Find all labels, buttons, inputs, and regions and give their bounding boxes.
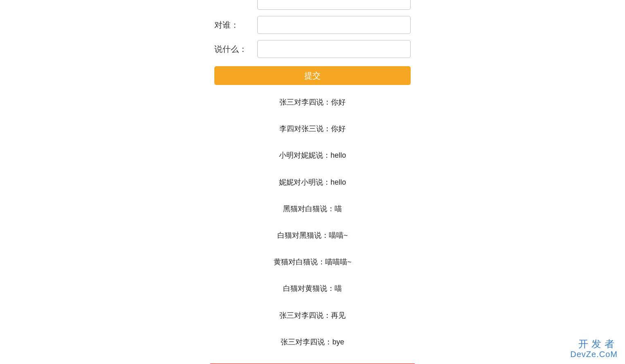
watermark-line2: DevZe.CoM	[570, 350, 618, 359]
message-item: 白猫对黄猫说：喵	[214, 284, 411, 294]
message-item: 妮妮对小明说：hello	[214, 177, 411, 188]
form-section: 对谁： 说什么： 提交	[214, 0, 411, 97]
form-row-say: 说什么：	[214, 40, 411, 58]
message-item: 张三对李四说：再见	[214, 310, 411, 321]
to-input[interactable]	[257, 16, 411, 34]
form-row-partial	[214, 0, 411, 10]
message-item: 小明对妮妮说：hello	[214, 150, 411, 161]
say-label: 说什么：	[214, 44, 257, 55]
watermark: 开发者 DevZe.CoM	[570, 338, 618, 359]
message-item: 张三对李四说：bye	[214, 337, 411, 347]
who-input-partial[interactable]	[257, 0, 411, 10]
message-item: 黄猫对白猫说：喵喵喵~	[214, 257, 411, 267]
form-container: 对谁： 说什么： 提交 张三对李四说：你好李四对张三说：你好小明对妮妮说：hel…	[214, 0, 411, 364]
form-row-to: 对谁：	[214, 16, 411, 34]
to-label: 对谁：	[214, 20, 257, 31]
watermark-line1: 开发者	[570, 338, 618, 350]
message-item: 张三对李四说：你好	[214, 97, 411, 107]
message-item: 白猫对黑猫说：喵喵~	[214, 230, 411, 241]
say-input[interactable]	[257, 40, 411, 58]
submit-button[interactable]: 提交	[214, 66, 411, 85]
message-item: 黑猫对白猫说：喵	[214, 204, 411, 214]
message-item: 李四对张三说：你好	[214, 124, 411, 134]
messages-list: 张三对李四说：你好李四对张三说：你好小明对妮妮说：hello妮妮对小明说：hel…	[214, 97, 411, 364]
